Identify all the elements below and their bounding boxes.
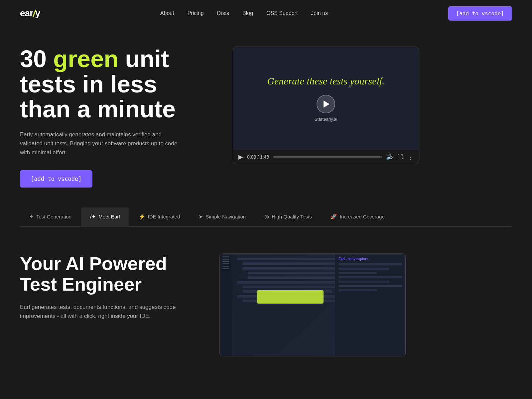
tabs-bar: ✦ Test Generation /✦ Meet Earl ⚡ IDE Int… xyxy=(20,207,512,227)
video-more-icon[interactable]: ⋮ xyxy=(407,153,413,161)
tab-high-quality-label: High Quality Tests xyxy=(272,214,312,219)
second-description: Earl generates tests, documents function… xyxy=(20,303,200,321)
ide-inner: Earl - early explore xyxy=(220,254,405,356)
tab-test-generation[interactable]: ✦ Test Generation xyxy=(20,207,81,226)
hero-description: Early automatically generates and mainta… xyxy=(20,130,180,157)
tab-increased-coverage-icon: 🚀 xyxy=(331,213,337,220)
tab-ide-integrated-icon: ⚡ xyxy=(139,213,145,220)
ide-background: Earl - early explore xyxy=(220,254,405,356)
hero-section: 30 green unittests in lessthan a minute … xyxy=(0,27,532,207)
ide-screenshot: Earl - early explore xyxy=(219,253,406,356)
ide-highlight-box xyxy=(257,290,324,304)
nav-oss-support[interactable]: OSS Support xyxy=(266,10,298,16)
video-container: Generate these tests yourself. Startearl… xyxy=(233,47,419,164)
video-progress-bar[interactable] xyxy=(273,156,382,158)
earl-info-line xyxy=(338,285,402,287)
logo[interactable]: ear/y xyxy=(20,8,40,19)
video-headline: Generate these tests yourself. xyxy=(267,75,384,87)
tabs-section: ✦ Test Generation /✦ Meet Earl ⚡ IDE Int… xyxy=(0,207,532,227)
video-fullscreen-icon[interactable]: ⛶ xyxy=(397,154,403,161)
tab-ide-integrated[interactable]: ⚡ IDE Integrated xyxy=(129,207,190,226)
second-section: Your AI Powered Test Engineer Earl gener… xyxy=(0,227,532,383)
nav-links: About Pricing Docs Blog OSS Support Join… xyxy=(160,10,328,16)
logo-slash: / xyxy=(33,8,35,18)
second-title: Your AI Powered Test Engineer xyxy=(20,253,200,294)
tab-simple-navigation-label: Simple Navigation xyxy=(205,214,246,219)
code-line xyxy=(242,286,348,288)
tab-ide-integrated-label: IDE Integrated xyxy=(148,214,180,219)
earl-panel-title: Earl - early explore xyxy=(338,257,402,261)
video-controls: ▶ 0:00 / 1:48 🔊 ⛶ ⋮ xyxy=(233,150,419,164)
nav-blog[interactable]: Blog xyxy=(242,10,253,16)
video-play-button[interactable] xyxy=(317,95,335,113)
video-volume-icon[interactable]: 🔊 xyxy=(386,153,393,161)
earl-info-line xyxy=(338,276,402,278)
tab-increased-coverage[interactable]: 🚀 Increased Coverage xyxy=(321,207,394,226)
video-time: 0:00 / 1:48 xyxy=(247,154,269,160)
tab-meet-earl-label: Meet Earl xyxy=(98,214,120,219)
hero-right: Generate these tests yourself. Startearl… xyxy=(233,47,419,164)
video-play-icon[interactable]: ▶ xyxy=(238,153,243,161)
earl-info-line xyxy=(338,289,377,291)
sidebar-line-5 xyxy=(222,266,229,267)
nav-pricing[interactable]: Pricing xyxy=(188,10,204,16)
tab-high-quality-icon: ◎ xyxy=(264,213,269,220)
nav-about[interactable]: About xyxy=(160,10,174,16)
tab-increased-coverage-label: Increased Coverage xyxy=(340,214,385,219)
tab-high-quality-tests[interactable]: ◎ High Quality Tests xyxy=(255,207,321,226)
video-screen[interactable]: Generate these tests yourself. Startearl… xyxy=(233,47,419,150)
sidebar-line-4 xyxy=(222,263,229,264)
second-right: Earl - early explore xyxy=(219,253,406,356)
tab-test-generation-icon: ✦ xyxy=(29,213,34,220)
ide-sidebar xyxy=(220,254,232,356)
second-left: Your AI Powered Test Engineer Earl gener… xyxy=(20,253,200,321)
sidebar-line-6 xyxy=(222,268,229,269)
earl-info-line xyxy=(338,263,402,265)
code-line xyxy=(248,272,345,274)
navbar-add-vscode-button[interactable]: [add to vscode] xyxy=(448,6,512,21)
sidebar-line-2 xyxy=(222,259,229,260)
video-url: Startearly.ai xyxy=(315,117,337,122)
hero-title: 30 green unittests in lessthan a minute xyxy=(20,47,213,122)
hero-title-part1: 30 xyxy=(20,46,53,72)
earl-info-line xyxy=(338,272,377,274)
tab-simple-navigation-icon: ➤ xyxy=(199,213,203,220)
earl-info-line xyxy=(338,281,389,283)
earl-info-line xyxy=(338,268,389,270)
earl-panel: Earl - early explore xyxy=(335,254,405,356)
navbar: ear/y About Pricing Docs Blog OSS Suppor… xyxy=(0,0,532,27)
sidebar-line-3 xyxy=(222,261,229,262)
nav-docs[interactable]: Docs xyxy=(217,10,229,16)
tab-test-generation-label: Test Generation xyxy=(36,214,71,219)
nav-join-us[interactable]: Join us xyxy=(311,10,328,16)
sidebar-line-1 xyxy=(222,256,229,257)
tab-meet-earl[interactable]: /✦ Meet Earl xyxy=(81,207,129,226)
tab-meet-earl-icon: /✦ xyxy=(90,213,96,220)
tab-simple-navigation[interactable]: ➤ Simple Navigation xyxy=(189,207,255,226)
hero-add-vscode-button[interactable]: [add to vscode] xyxy=(20,170,92,188)
hero-left: 30 green unittests in lessthan a minute … xyxy=(20,47,213,188)
hero-title-green: green xyxy=(53,46,118,72)
